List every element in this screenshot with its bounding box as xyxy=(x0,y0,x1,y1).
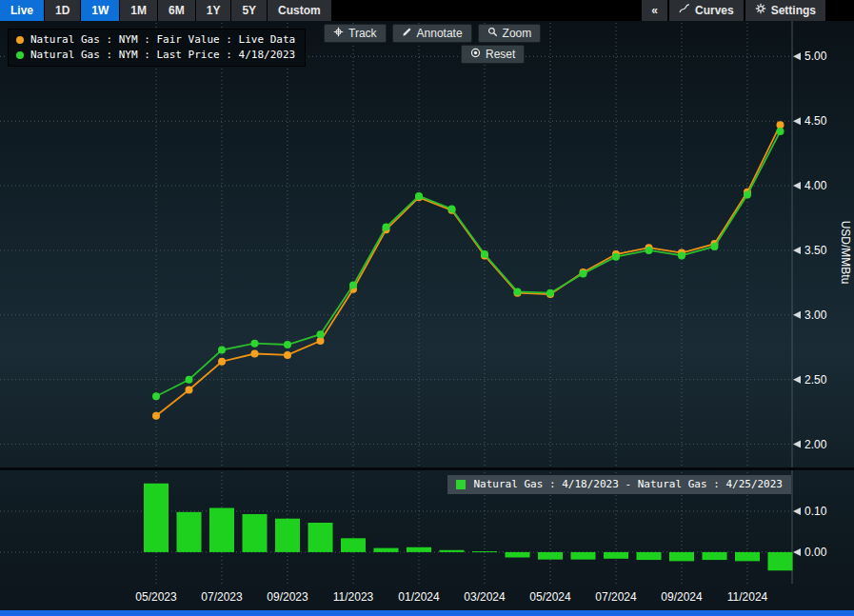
tab-1y[interactable]: 1Y xyxy=(196,0,231,21)
gear-icon xyxy=(755,0,766,21)
svg-text:3.50: 3.50 xyxy=(804,244,827,257)
zoom-button[interactable]: Zoom xyxy=(478,24,542,43)
svg-text:3.00: 3.00 xyxy=(804,308,827,322)
svg-text:05/2024: 05/2024 xyxy=(529,590,571,604)
svg-text:09/2024: 09/2024 xyxy=(661,590,703,604)
legend-item[interactable]: Natural Gas : NYM : Fair Value : Live Da… xyxy=(16,33,295,46)
spread-series-swatch xyxy=(456,480,466,489)
panel-separator xyxy=(0,467,854,470)
reset-button-label: Reset xyxy=(486,48,515,61)
reset-icon xyxy=(470,48,481,61)
fair-value-line xyxy=(156,125,781,416)
spread-legend[interactable]: Natural Gas : 4/18/2023 - Natural Gas : … xyxy=(447,475,791,494)
collapse-panel-button[interactable]: « xyxy=(642,0,667,21)
bottom-blue-bar xyxy=(0,610,854,616)
tab-1w[interactable]: 1W xyxy=(81,0,119,21)
tab-custom[interactable]: Custom xyxy=(268,0,331,21)
track-button[interactable]: Track xyxy=(324,24,387,43)
spread-axis-labels: 0.100.00 xyxy=(793,505,827,559)
legend-item-label: Natural Gas : NYM : Last Price : 4/18/20… xyxy=(30,49,295,61)
legend-item[interactable]: Natural Gas : NYM : Last Price : 4/18/20… xyxy=(16,49,295,61)
svg-text:USD/MMBtu: USD/MMBtu xyxy=(839,221,852,285)
magnifier-icon xyxy=(487,27,498,40)
y-axis-labels: 2.002.503.003.504.004.505.00 xyxy=(793,50,827,450)
svg-text:03/2024: 03/2024 xyxy=(464,590,506,604)
svg-text:0.00: 0.00 xyxy=(804,546,827,559)
spread-bars xyxy=(144,484,793,571)
tab-1d[interactable]: 1D xyxy=(45,0,80,21)
settings-button[interactable]: Settings xyxy=(745,0,825,21)
tab-live[interactable]: Live xyxy=(0,0,44,21)
pencil-icon xyxy=(402,27,412,40)
fair-value-markers xyxy=(152,121,784,420)
svg-text:2.50: 2.50 xyxy=(804,373,827,387)
svg-text:4.00: 4.00 xyxy=(804,179,827,192)
svg-text:01/2024: 01/2024 xyxy=(398,590,440,604)
zoom-button-label: Zoom xyxy=(503,27,532,40)
svg-text:07/2023: 07/2023 xyxy=(201,590,243,604)
curves-button[interactable]: Curves xyxy=(669,0,744,21)
svg-text:0.10: 0.10 xyxy=(804,505,827,518)
track-button-label: Track xyxy=(348,27,377,40)
tab-1m[interactable]: 1M xyxy=(120,0,157,21)
annotate-button[interactable]: Annotate xyxy=(392,24,472,43)
svg-text:2.00: 2.00 xyxy=(804,438,827,451)
period-tabs: Live1D1W1M6M1Y5YCustom xyxy=(0,0,331,21)
chart-toolbar: Track Annotate Zoom xyxy=(324,24,541,43)
settings-button-label: Settings xyxy=(771,0,816,21)
series-dot-icon xyxy=(16,51,24,59)
annotate-button-label: Annotate xyxy=(417,27,463,40)
top-toolbar: Live1D1W1M6M1Y5YCustom « Curves Settings xyxy=(0,0,854,21)
svg-text:11/2023: 11/2023 xyxy=(333,590,374,604)
curves-icon xyxy=(679,0,690,21)
y-axis-title: USD/MMBtu xyxy=(839,221,852,285)
svg-text:07/2024: 07/2024 xyxy=(595,590,637,604)
svg-text:09/2023: 09/2023 xyxy=(267,590,308,604)
svg-text:5.00: 5.00 xyxy=(804,50,827,63)
last-price-markers xyxy=(152,128,784,400)
gridlines xyxy=(0,23,792,584)
track-crosshair-icon xyxy=(333,27,344,40)
tab-6m[interactable]: 6M xyxy=(158,0,195,21)
main-legend: Natural Gas : NYM : Fair Value : Live Da… xyxy=(8,29,306,67)
terminal-chart-window: 2.002.503.003.504.004.505.000.100.00USD/… xyxy=(0,0,854,616)
top-right-buttons: « Curves Settings xyxy=(642,0,825,21)
svg-text:05/2023: 05/2023 xyxy=(135,590,177,604)
tab-5y[interactable]: 5Y xyxy=(231,0,267,21)
reset-button[interactable]: Reset xyxy=(461,45,525,64)
last-price-line xyxy=(156,131,781,396)
curves-button-label: Curves xyxy=(695,0,734,21)
legend-item-label: Natural Gas : NYM : Fair Value : Live Da… xyxy=(30,33,295,46)
spread-legend-label: Natural Gas : 4/18/2023 - Natural Gas : … xyxy=(473,478,783,490)
collapse-icon: « xyxy=(651,0,658,21)
x-axis-labels: 05/202307/202309/202311/202301/202403/20… xyxy=(135,590,767,604)
series-dot-icon xyxy=(16,36,24,44)
forward-curve-chart: 2.002.503.003.504.004.505.000.100.00USD/… xyxy=(0,0,854,616)
svg-text:4.50: 4.50 xyxy=(804,114,827,128)
svg-text:11/2024: 11/2024 xyxy=(727,590,768,604)
